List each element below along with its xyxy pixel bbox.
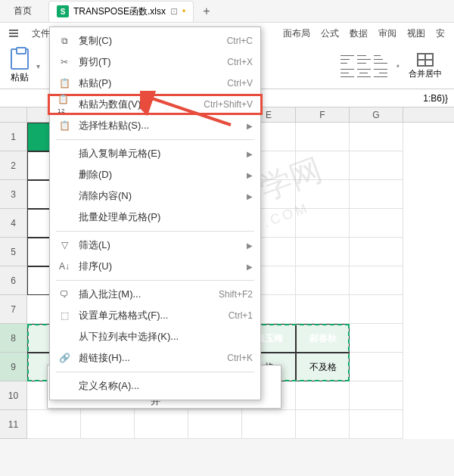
cell[interactable] [350,410,403,439]
cell[interactable] [350,151,403,180]
menu-layout[interactable]: 面布局 [280,26,313,42]
context-menu: ⧉复制(C)Ctrl+C✂剪切(T)Ctrl+X📋粘贴(P)Ctrl+V📋₁₂粘… [49,26,261,400]
cell[interactable]: 郝春秋 [296,324,350,353]
cell[interactable] [296,266,350,295]
merge-center-button[interactable]: 合并居中 [403,53,448,79]
row-header[interactable]: 3 [0,180,27,209]
row-header[interactable]: 2 [0,151,27,180]
cell[interactable] [296,381,350,410]
chevron-right-icon: ▶ [247,150,253,158]
row-header[interactable]: 10 [0,381,27,410]
ctx-item[interactable]: ⧉复制(C)Ctrl+C [50,30,260,51]
cell[interactable] [296,238,350,266]
tab-file-current[interactable]: S TRANSPOSE函数.xlsx ⊡ • [48,1,194,22]
cell[interactable] [296,209,350,238]
align-left-icon[interactable] [340,68,354,79]
ctx-item[interactable]: 📋₁₂粘贴为数值(V)Ctrl+Shift+V [48,94,263,115]
ctx-label: 插入批注(M)... [79,288,211,301]
paste-button[interactable]: 粘贴 [6,47,33,86]
ctx-item[interactable]: 📋选择性粘贴(S)...▶ [50,115,260,136]
menu-formula[interactable]: 公式 [318,26,342,42]
row-header[interactable]: 11 [0,410,27,439]
ctx-label: 剪切(T) [79,55,219,69]
cell[interactable] [350,266,403,295]
tab-add[interactable]: + [203,5,210,18]
ctx-label: 从下拉列表中选择(K)... [79,330,253,344]
ctx-item[interactable]: 删除(D)▶ [50,164,260,185]
ctx-shortcut: Ctrl+K [227,353,253,363]
cell[interactable] [296,151,350,180]
tab-home[interactable]: 首页 [0,0,45,22]
cell[interactable] [296,180,350,209]
tab-menu-icon[interactable]: ⊡ [170,6,178,17]
ctx-item[interactable]: 定义名称(A)... [50,375,260,397]
cell[interactable] [188,410,242,439]
row-header[interactable]: 7 [0,295,27,324]
ctx-item[interactable]: ✂剪切(T)Ctrl+X [50,51,260,73]
ctx-item[interactable]: ▽筛选(L)▶ [50,235,260,256]
ctx-item[interactable]: 🔗超链接(H)...Ctrl+K [50,347,260,369]
col-header[interactable]: G [350,107,403,122]
ctx-label: 清除内容(N) [79,189,239,203]
cell[interactable] [350,381,403,410]
cell[interactable] [350,209,403,238]
cell[interactable] [81,410,135,439]
align-top-icon[interactable] [340,54,354,65]
blank-icon [58,147,71,160]
ctx-item[interactable]: 从下拉列表中选择(K)... [50,326,260,347]
align-right-icon[interactable] [374,68,387,79]
menu-view[interactable]: 视图 [404,26,428,42]
ctx-label: 插入复制单元格(E) [79,147,239,160]
row-header[interactable]: 9 [0,353,27,381]
alignment-group [340,54,387,79]
ctx-label: 超链接(H)... [79,351,219,365]
select-all-corner[interactable] [0,107,27,122]
cell[interactable] [135,410,188,439]
cell[interactable] [27,410,81,439]
cell[interactable] [242,410,296,439]
ctx-item[interactable]: 📋粘贴(P)Ctrl+V [50,73,260,94]
align-middle-icon[interactable] [357,54,371,65]
row-header[interactable]: 6 [0,266,27,295]
cell[interactable] [350,353,403,381]
hamburger-icon[interactable] [6,28,21,39]
ctx-label: 复制(C) [79,34,219,48]
formula-text[interactable]: 1:B6)} [423,93,448,104]
row-header[interactable]: 1 [0,123,27,151]
cell[interactable] [296,123,350,151]
blank-icon [58,189,71,203]
ctx-item[interactable]: 清除内容(N)▶ [50,185,260,207]
ctx-item[interactable]: 插入复制单元格(E)▶ [50,143,260,164]
cell[interactable] [296,295,350,324]
ctx-shortcut: Ctrl+1 [229,310,253,321]
align-center-icon[interactable] [357,68,371,79]
row-header[interactable]: 4 [0,209,27,238]
tab-modified-icon: • [182,6,185,17]
menu-data[interactable]: 数据 [347,26,371,42]
row-header[interactable]: 5 [0,238,27,266]
menu-security[interactable]: 安 [433,26,448,42]
col-header[interactable]: F [296,107,350,122]
chevron-right-icon: ▶ [247,192,253,201]
clipboard-icon [11,48,29,70]
cell[interactable] [350,324,403,353]
row-header[interactable]: 8 [0,324,27,353]
fmt-icon: ⬚ [58,309,71,322]
ctx-item[interactable]: A↓排序(U)▶ [50,256,260,277]
comment-icon: 🗨 [58,288,71,301]
cell[interactable]: 不及格 [296,353,350,381]
ctx-label: 粘贴为数值(V) [79,98,196,111]
cell[interactable] [350,238,403,266]
align-bottom-icon[interactable] [374,54,387,65]
cell[interactable] [350,295,403,324]
cell[interactable] [350,180,403,209]
ctx-item[interactable]: 批量处理单元格(P) [50,207,260,228]
ctx-label: 删除(D) [79,168,239,182]
copy-icon: ⧉ [58,34,71,48]
menu-review[interactable]: 审阅 [375,26,400,42]
ctx-shortcut: Shift+F2 [219,289,253,300]
cell[interactable] [296,410,350,439]
ctx-item[interactable]: 🗨插入批注(M)...Shift+F2 [50,284,260,305]
ctx-item[interactable]: ⬚设置单元格格式(F)...Ctrl+1 [50,305,260,326]
cell[interactable] [350,123,403,151]
